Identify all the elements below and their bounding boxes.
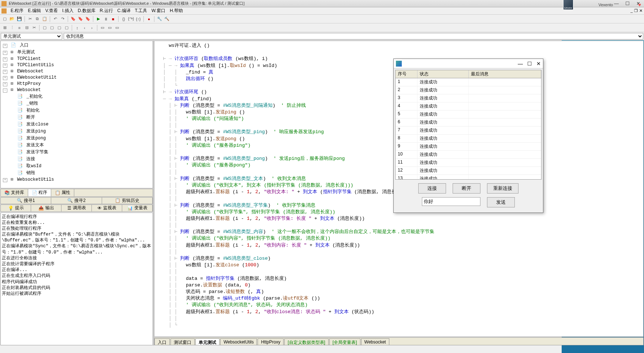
find2-tab[interactable]: 🔍 搜寻2 (51, 198, 102, 204)
list-row[interactable]: 6连接成功 (396, 119, 541, 127)
list-row[interactable]: 7连接成功 (396, 127, 541, 135)
tree-item[interactable]: 📑 取wsId (1, 162, 152, 169)
ed-tab-globals[interactable]: [全局变量表] (329, 338, 360, 345)
tab-program[interactable]: 📄 程序 (28, 189, 51, 196)
tb-pause[interactable]: ⏸ (102, 16, 109, 22)
tb-bookmark3[interactable]: 🔖 (85, 16, 91, 22)
tb2-9[interactable]: ▢ (63, 25, 70, 31)
list-row[interactable]: 10连接成功 (396, 151, 541, 159)
tb2-11[interactable]: ‹ (81, 25, 88, 31)
tree-item[interactable]: 📑 发送pong (1, 135, 152, 142)
tb2-5[interactable]: ✂ (31, 25, 37, 31)
tree-item[interactable]: 📑 销毁 (1, 169, 152, 176)
tree-item[interactable]: 📑 发送close (1, 121, 152, 128)
menu-edit[interactable]: E.编辑 (26, 7, 42, 14)
tb-tool2[interactable]: 🔨 (164, 16, 170, 22)
menu-insert[interactable]: I.插入 (60, 7, 75, 14)
tree-item[interactable]: 📑 _初始化 (1, 93, 152, 100)
col-seq[interactable]: 序号 (396, 70, 418, 78)
tree-item[interactable]: 📑 _销毁 (1, 100, 152, 107)
tb2-1[interactable]: ⊞ (1, 25, 8, 31)
tree-item[interactable]: + ⊞ EWebsocket (1, 68, 152, 74)
tree-item[interactable]: + ⊞ EWebsocketUtilt (1, 74, 152, 80)
tree-item[interactable]: 📑 初始化 (1, 107, 152, 114)
tb-undo[interactable]: ↶ (52, 16, 59, 22)
tb2-3[interactable]: ≡ (16, 25, 23, 31)
tb-stepover[interactable]: {↷} (128, 16, 134, 22)
ed-tab-httpproxy[interactable]: HttpProxy (258, 338, 284, 345)
watch-tab[interactable]: 👁 监视表 (92, 205, 122, 211)
tb2-13[interactable]: ▭ (99, 25, 106, 31)
tree-item[interactable]: + ⊞ TCPClient (1, 56, 152, 62)
list-row[interactable]: 11连接成功 (396, 159, 541, 167)
tb-bookmark2[interactable]: 🔖 (77, 16, 84, 22)
ed-tab-websocket[interactable]: Websocket (361, 338, 389, 345)
dialog-minimize[interactable]: — (518, 61, 523, 67)
heart-icon[interactable]: ♥ (638, 2, 641, 8)
list-row[interactable]: 13连接成功 (396, 175, 541, 180)
tree-item[interactable]: 📑 发送文本 (1, 142, 152, 149)
tb2-2[interactable]: ⋮ (9, 25, 15, 31)
disconnect-button[interactable]: 断开 (453, 183, 480, 194)
menu-help[interactable]: H.帮助 (168, 7, 185, 14)
menu-run[interactable]: R.运行 (98, 7, 115, 14)
tb-breakpoint[interactable]: ● (146, 16, 152, 22)
tb-bookmark[interactable]: 🔖 (70, 16, 76, 22)
tb2-15[interactable]: ▭ (114, 25, 120, 31)
tree-item[interactable]: 📑 发送字节集 (1, 149, 152, 155)
ed-tab-unit[interactable]: 单元测试 (195, 338, 220, 345)
list-row[interactable]: 9连接成功 (396, 143, 541, 151)
tree-item[interactable]: + ⊞ HttpProxy (1, 80, 152, 87)
dialog-maximize[interactable]: ☐ (527, 61, 532, 67)
reconnect-button[interactable]: 重新连接 (487, 183, 518, 194)
list-row[interactable]: 2连接成功 (396, 86, 541, 94)
member-combo[interactable]: 收到消息 (64, 33, 643, 40)
tb2-6[interactable]: ▢ (41, 25, 48, 31)
menu-database[interactable]: D.数据库 (76, 7, 97, 14)
tb-cut[interactable]: ✂ (27, 16, 33, 22)
list-row[interactable]: 1连接成功 (396, 78, 541, 86)
menu-view[interactable]: V.查看 (44, 7, 60, 14)
tree-item[interactable]: + ⊞ TCPClientUtils (1, 62, 152, 68)
output-log[interactable]: 正在编译现行程序正在检查重复名称...正在预处理现行程序正在编译易模块"Buff… (0, 213, 153, 345)
connect-button[interactable]: 连接 (418, 183, 446, 194)
clip-tab[interactable]: 📋 剪辑历史 (102, 198, 153, 204)
hint-tab[interactable]: 💡 提示 (1, 205, 31, 211)
send-button[interactable]: 发送 (487, 197, 515, 207)
tb-stepinto[interactable]: {} (120, 16, 127, 22)
tb-new[interactable]: ▢ (1, 16, 8, 22)
tab-property[interactable]: 📋 属性 (51, 189, 74, 196)
tb-run[interactable]: ▶ (95, 16, 102, 22)
list-row[interactable]: 8连接成功 (396, 135, 541, 143)
menu-window[interactable]: W.窗口 (150, 7, 167, 14)
tb2-7[interactable]: ▢ (49, 25, 55, 31)
tree-item[interactable]: - ⊞ Websocket (1, 87, 152, 93)
tb2-4[interactable]: ⊟ (23, 25, 30, 31)
tb-copy[interactable]: ⧉ (34, 16, 41, 22)
call-tab[interactable]: ☰ 调用表 (61, 205, 92, 211)
list-row[interactable]: 4连接成功 (396, 102, 541, 110)
dialog-titlebar[interactable]: — ☐ ✕ (394, 59, 543, 68)
tree-item[interactable]: 📑 连接 (1, 155, 152, 162)
tree-item[interactable]: + ⊞ 单元测试 (1, 49, 152, 56)
tb-save[interactable]: 💾 (16, 16, 23, 22)
output-tab[interactable]: 📤 输出 (31, 205, 61, 211)
tree-item[interactable]: + ⊞ WebsocketUtils (1, 176, 152, 183)
tb-stop[interactable]: ■ (110, 16, 116, 22)
tree-item[interactable]: 📑 断开 (1, 114, 152, 121)
find1-tab[interactable]: 🔍 搜寻1 (1, 198, 51, 204)
tb2-10[interactable]: ↕ (74, 25, 80, 31)
ed-tab-testwin[interactable]: 测试窗口 (171, 338, 195, 345)
list-row[interactable]: 12连接成功 (396, 167, 541, 175)
music-player-widget[interactable]: Vexento ♥ (561, 0, 643, 10)
tb-stepout[interactable]: {↑} (135, 16, 142, 22)
tree-item[interactable]: 📑 发送ping (1, 128, 152, 135)
tree-item[interactable]: + 📄 入口 (1, 42, 152, 49)
list-row[interactable]: 5连接成功 (396, 110, 541, 119)
tb-open[interactable]: 📂 (9, 16, 15, 22)
vars-tab[interactable]: 📊 变量表 (122, 205, 153, 211)
ed-tab-datatypes[interactable]: [自定义数据类型表] (284, 338, 329, 345)
list-row[interactable]: 3连接成功 (396, 94, 541, 102)
menu-tools[interactable]: T.工具 (133, 7, 149, 14)
tb2-12[interactable]: › (89, 25, 95, 31)
